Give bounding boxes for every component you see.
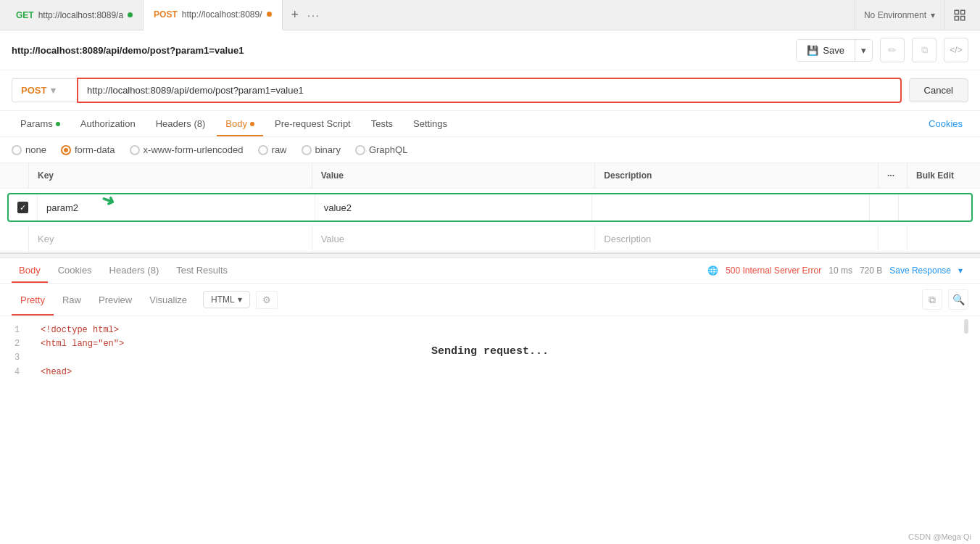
code-line-4: 4 <head>: [12, 366, 968, 379]
tab-settings[interactable]: Settings: [404, 111, 456, 136]
line-num-4: 4: [14, 366, 29, 379]
radio-graphql-label: GraphQL: [369, 144, 407, 155]
save-response-chevron[interactable]: ▾: [958, 265, 963, 276]
scroll-hint[interactable]: [964, 319, 968, 334]
settings-icon[interactable]: [944, 0, 974, 30]
request-row: POST ▾ Cancel: [0, 70, 980, 111]
response-meta: 🌐 500 Internal Server Error 10 ms 720 B …: [702, 265, 968, 276]
radio-x-www[interactable]: x-www-form-urlencoded: [130, 144, 244, 155]
radio-binary-label: binary: [315, 144, 341, 155]
code-icon-button[interactable]: </>: [944, 38, 968, 62]
code-icon: </>: [950, 45, 962, 55]
col-description: Description: [595, 163, 879, 188]
row1-checkbox[interactable]: ✓: [17, 202, 28, 213]
row2-description-cell[interactable]: Description: [595, 226, 879, 252]
format-tab-visualize[interactable]: Visualize: [141, 290, 196, 310]
tab-params-label: Params: [20, 118, 53, 129]
response-tab-body[interactable]: Body: [12, 257, 48, 283]
line-num-2: 2: [14, 337, 29, 351]
tab-bar: GET http://localhost:8089/a POST http://…: [0, 0, 980, 30]
tab-authorization[interactable]: Authorization: [72, 111, 144, 136]
footer-text: CSDN @Mega Qi: [908, 532, 971, 541]
edit-icon: ✏: [888, 44, 897, 56]
col-bulk-edit[interactable]: Bulk Edit: [908, 163, 980, 188]
radio-form-data-label: form-data: [75, 144, 115, 155]
col-key: Key: [29, 163, 312, 188]
tab-headers[interactable]: Headers (8): [147, 111, 215, 136]
radio-form-data[interactable]: form-data: [61, 144, 115, 155]
copy-icon-button[interactable]: ⧉: [912, 38, 937, 62]
row2-description-placeholder: Description: [604, 234, 651, 244]
response-tab-cookies[interactable]: Cookies: [51, 257, 99, 283]
table-row-highlighted[interactable]: ✓ param2 value2: [7, 193, 973, 222]
search-response-button[interactable]: 🔍: [948, 289, 968, 310]
row1-description-cell[interactable]: [592, 194, 870, 221]
method-dropdown[interactable]: POST ▾: [12, 78, 77, 102]
row1-checkbox-cell[interactable]: ✓: [9, 194, 38, 221]
tab-post[interactable]: POST http://localhost:8089/: [144, 0, 282, 30]
format-select-chevron: ▾: [238, 294, 242, 305]
env-label: No Environment: [864, 10, 926, 20]
edit-icon-button[interactable]: ✏: [880, 38, 905, 62]
tab-prerequest[interactable]: Pre-request Script: [266, 111, 360, 136]
radio-none[interactable]: none: [12, 144, 46, 155]
save-btn-group: 💾 Save ▾: [796, 39, 873, 62]
radio-x-www-label: x-www-form-urlencoded: [144, 144, 244, 155]
row2-key-cell[interactable]: Key: [29, 226, 312, 252]
radio-form-data-circle: [61, 145, 71, 155]
tab-get-url: http://localhost:8089/a: [38, 10, 123, 20]
method-value: POST: [21, 85, 46, 96]
response-tabs: Body Cookies Headers (8) Test Results 🌐 …: [0, 257, 980, 284]
response-toolbar-icons: ⧉ 🔍: [922, 289, 968, 310]
radio-binary[interactable]: binary: [302, 144, 341, 155]
row2-bulk-cell: [908, 226, 980, 252]
save-chevron-button[interactable]: ▾: [855, 40, 872, 61]
row1-value-cell[interactable]: value2: [315, 194, 593, 221]
cancel-button[interactable]: Cancel: [909, 78, 968, 102]
save-response-button[interactable]: Save Response: [889, 265, 951, 276]
table-area: Key Value Description ··· Bulk Edit ➜ ✓ …: [0, 163, 980, 253]
url-input[interactable]: [77, 78, 902, 103]
code-content: 1 <!doctype html> 2 <html lang="en"> 3 4…: [0, 316, 980, 387]
env-chevron-icon: ▾: [931, 10, 935, 20]
method-get-label: GET: [16, 10, 34, 20]
format-tab-preview-label: Preview: [99, 294, 132, 305]
format-select[interactable]: HTML ▾: [203, 291, 250, 308]
code-text-2: <html lang="en">: [41, 337, 124, 351]
svg-rect-3: [955, 16, 958, 20]
tab-body-label: Body: [225, 118, 247, 129]
line-num-1: 1: [14, 323, 29, 337]
tab-add-button[interactable]: +: [283, 7, 308, 22]
filter-icon-button[interactable]: ⚙: [256, 291, 278, 309]
table-row-empty[interactable]: Key Value Description: [0, 226, 980, 252]
env-selector[interactable]: No Environment ▾: [855, 0, 944, 30]
format-tab-pretty[interactable]: Pretty: [12, 290, 54, 310]
format-tab-pretty-label: Pretty: [20, 294, 45, 305]
response-tab-test-results[interactable]: Test Results: [169, 257, 235, 283]
save-button[interactable]: 💾 Save: [797, 40, 855, 61]
tab-more-button[interactable]: ···: [307, 9, 320, 21]
copy-response-button[interactable]: ⧉: [922, 289, 942, 310]
format-tab-preview[interactable]: Preview: [90, 290, 141, 310]
filter-icon: ⚙: [262, 294, 271, 305]
row2-value-placeholder: Value: [321, 234, 344, 244]
row2-value-cell[interactable]: Value: [312, 226, 596, 252]
sub-tabs: Params Authorization Headers (8) Body Pr…: [0, 111, 980, 137]
col-value: Value: [312, 163, 596, 188]
tab-params[interactable]: Params: [12, 111, 69, 136]
row1-key-cell[interactable]: param2: [38, 194, 315, 221]
svg-rect-2: [960, 16, 964, 20]
method-chevron-icon: ▾: [51, 85, 56, 96]
tab-get[interactable]: GET http://localhost:8089/a: [6, 0, 144, 30]
response-tab-headers[interactable]: Headers (8): [102, 257, 167, 283]
radio-raw[interactable]: raw: [258, 144, 287, 155]
tab-body[interactable]: Body: [217, 111, 263, 136]
table-header: Key Value Description ··· Bulk Edit: [0, 163, 980, 189]
status-badge: 500 Internal Server Error: [726, 265, 821, 276]
cookies-link[interactable]: Cookies: [923, 111, 968, 136]
method-post-label: POST: [154, 9, 178, 20]
format-tab-raw[interactable]: Raw: [54, 290, 90, 310]
tab-tests[interactable]: Tests: [362, 111, 402, 136]
col-more: ···: [879, 163, 908, 188]
radio-graphql[interactable]: GraphQL: [355, 144, 407, 155]
